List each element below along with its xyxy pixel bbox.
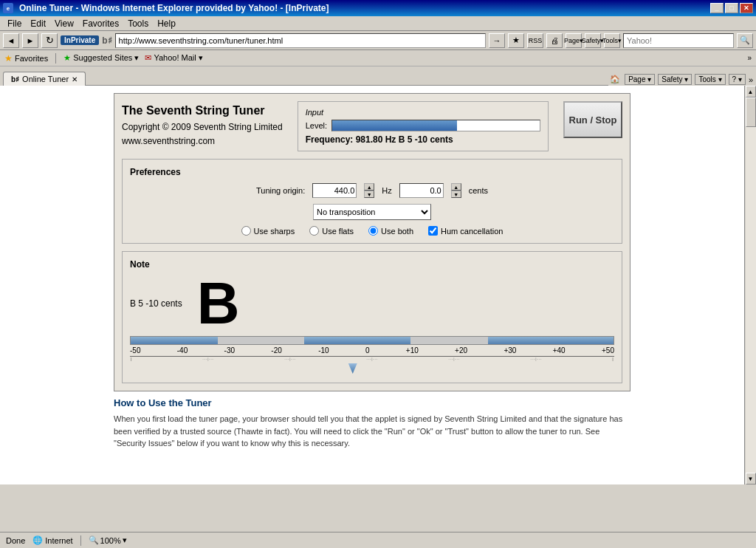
menu-help[interactable]: Help bbox=[153, 17, 180, 30]
tick-dot: ·····|····· bbox=[202, 357, 213, 361]
input-panel: Input Level: Frequency: 981.80 Hz B 5 -1… bbox=[298, 101, 549, 151]
search-input[interactable] bbox=[623, 33, 734, 48]
use-flats-radio[interactable] bbox=[309, 226, 319, 236]
minimize-button[interactable]: _ bbox=[710, 3, 724, 13]
back-button[interactable]: ◄ bbox=[3, 33, 19, 48]
url-bar[interactable] bbox=[115, 33, 486, 48]
yahoo-mail-label: Yahoo! Mail ▾ bbox=[154, 53, 202, 63]
tuner-website: www.seventhstring.com bbox=[122, 134, 283, 148]
tuning-origin-down[interactable]: ▼ bbox=[364, 191, 374, 198]
menu-file[interactable]: File bbox=[3, 17, 26, 30]
cents-up[interactable]: ▲ bbox=[451, 183, 461, 191]
online-tuner-tab[interactable]: b♯ Online Tuner ✕ bbox=[3, 72, 86, 86]
favorites-item[interactable]: ★ Favorites bbox=[4, 53, 48, 64]
favorites-icon[interactable]: ★ bbox=[508, 33, 524, 48]
scale-label-minus30: -30 bbox=[224, 346, 235, 355]
how-to-section: How to Use the Tuner When you first load… bbox=[114, 391, 630, 456]
favorites-bar: ★ Favorites ★ Suggested Sites ▾ ✉ Yahoo!… bbox=[0, 50, 756, 66]
new-tab-area bbox=[86, 69, 115, 86]
suggested-sites-item[interactable]: ★ Suggested Sites ▾ bbox=[63, 53, 139, 63]
rss-icon[interactable]: RSS bbox=[527, 33, 543, 48]
tuning-origin-up[interactable]: ▲ bbox=[364, 183, 374, 191]
menu-view[interactable]: View bbox=[50, 17, 78, 30]
scale-bar bbox=[130, 336, 614, 345]
print-icon[interactable]: 🖨 bbox=[546, 33, 563, 48]
refresh-button[interactable]: ↻ bbox=[41, 33, 58, 48]
more-icon[interactable]: » bbox=[749, 75, 753, 84]
scroll-down-button[interactable]: ▼ bbox=[746, 473, 756, 484]
search-button[interactable]: 🔍 bbox=[737, 33, 753, 48]
scroll-track bbox=[746, 97, 756, 473]
scale-label-plus30: +30 bbox=[504, 346, 516, 355]
tick-dot: ·····|····· bbox=[284, 357, 295, 361]
scale-label-minus40: -40 bbox=[177, 346, 188, 355]
run-stop-button[interactable]: Run / Stop bbox=[563, 101, 622, 138]
tools-menu[interactable]: Tools▾ bbox=[604, 33, 620, 48]
scale-label-plus20: +20 bbox=[455, 346, 467, 355]
home-icon[interactable]: 🏠 bbox=[608, 73, 622, 86]
needle bbox=[349, 363, 357, 375]
accidentals-row: Use sharps Use flats Use both Hum c bbox=[130, 226, 614, 236]
app-icon: e bbox=[3, 3, 13, 13]
level-bar-container bbox=[331, 120, 540, 131]
scale-segment-left bbox=[131, 337, 218, 344]
scale-label-plus10: +10 bbox=[406, 346, 419, 355]
needle-triangle-icon bbox=[348, 363, 357, 374]
menu-tools[interactable]: Tools bbox=[123, 17, 153, 30]
menu-favorites[interactable]: Favorites bbox=[78, 17, 123, 30]
suggested-sites-icon: ★ bbox=[63, 53, 71, 63]
cents-spinner: ▲ ▼ bbox=[451, 183, 461, 198]
page-menu[interactable]: Page▾ bbox=[566, 33, 582, 48]
hum-cancellation-checkbox[interactable] bbox=[428, 226, 438, 236]
scale-labels: -50 -40 -30 -20 -10 0 +10 +20 +30 +40 +5… bbox=[130, 345, 614, 356]
divider bbox=[55, 53, 56, 64]
scale-segment-center-right bbox=[410, 337, 488, 344]
scale-container: -50 -40 -30 -20 -10 0 +10 +20 +30 +40 +5… bbox=[130, 336, 614, 375]
use-both-radio[interactable] bbox=[368, 226, 378, 236]
tuner-box: The Seventh String Tuner Copyright © 200… bbox=[114, 93, 630, 391]
input-section: The Seventh String Tuner Copyright © 200… bbox=[122, 101, 622, 151]
menu-bar: File Edit View Favorites Tools Help bbox=[0, 16, 756, 31]
tuning-origin-input[interactable] bbox=[312, 183, 357, 198]
use-sharps-label: Use sharps bbox=[254, 227, 295, 236]
how-to-title: How to Use the Tuner bbox=[114, 397, 630, 408]
cents-label: cents bbox=[469, 186, 488, 195]
forward-button[interactable]: ► bbox=[22, 33, 38, 48]
level-label: Level: bbox=[306, 121, 327, 130]
address-bar: ◄ ► ↻ InPrivate b♯ → ★ RSS 🖨 Page▾ Safet… bbox=[0, 31, 756, 50]
favorites-star-icon: ★ bbox=[4, 53, 13, 64]
tab-close-icon[interactable]: ✕ bbox=[72, 75, 78, 83]
hum-cancellation-label: Hum cancellation bbox=[441, 227, 503, 236]
favorites-label: Favorites bbox=[15, 54, 48, 63]
safety-menu[interactable]: Safety▾ bbox=[585, 33, 601, 48]
scale-segment-center-left bbox=[218, 337, 305, 344]
note-title: Note bbox=[130, 259, 614, 270]
use-sharps-radio[interactable] bbox=[241, 226, 251, 236]
transposition-select[interactable]: No transposition Up 1 semitone Down 1 se… bbox=[313, 204, 431, 220]
yahoo-mail-item[interactable]: ✉ Yahoo! Mail ▾ bbox=[145, 53, 202, 63]
help-toolbar-btn[interactable]: ? ▾ bbox=[729, 74, 746, 85]
inprivate-badge: InPrivate bbox=[61, 35, 99, 45]
scale-label-0: 0 bbox=[365, 346, 370, 355]
menu-edit[interactable]: Edit bbox=[26, 17, 50, 30]
page-toolbar-btn[interactable]: Page ▾ bbox=[625, 74, 655, 85]
go-button[interactable]: → bbox=[489, 33, 505, 48]
safety-toolbar-btn[interactable]: Safety ▾ bbox=[658, 74, 692, 85]
maximize-button[interactable]: □ bbox=[725, 3, 738, 13]
favorites-expand[interactable]: » bbox=[747, 54, 752, 62]
scale-label-minus20: -20 bbox=[271, 346, 281, 355]
scroll-thumb[interactable] bbox=[746, 97, 756, 127]
hz-label: Hz bbox=[382, 186, 391, 195]
scroll-up-button[interactable]: ▲ bbox=[746, 86, 756, 97]
use-both-item: Use both bbox=[368, 226, 413, 236]
use-flats-label: Use flats bbox=[322, 227, 354, 236]
title-bar: e Online Tuner - Windows Internet Explor… bbox=[0, 0, 756, 16]
close-button[interactable]: ✕ bbox=[740, 3, 753, 13]
tools-toolbar-btn[interactable]: Tools ▾ bbox=[695, 74, 725, 85]
needle-container bbox=[130, 362, 614, 375]
cents-input[interactable] bbox=[399, 183, 444, 198]
note-section: Note B 5 -10 cents B bbox=[122, 251, 622, 383]
tab-icon: b♯ bbox=[11, 75, 19, 83]
tick-dot: ·····|····· bbox=[448, 357, 459, 361]
cents-down[interactable]: ▼ bbox=[451, 191, 461, 198]
